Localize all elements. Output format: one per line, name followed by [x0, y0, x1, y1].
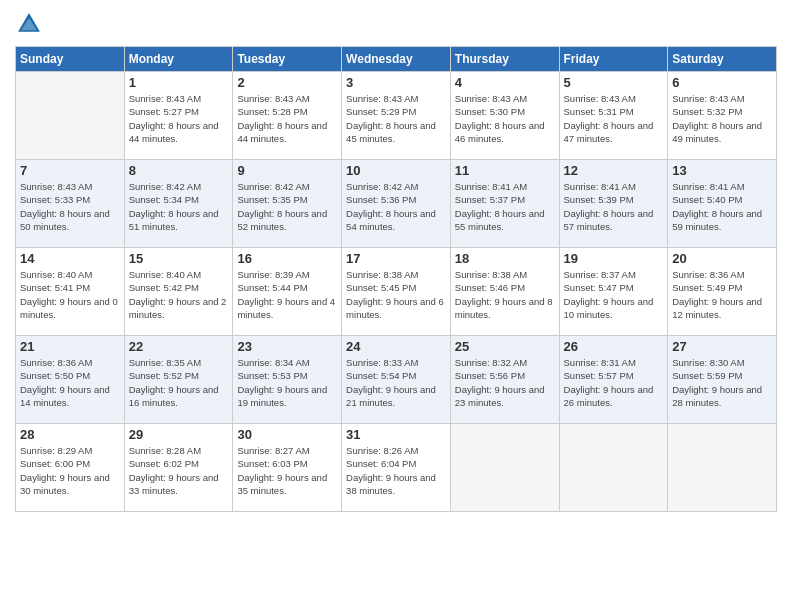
day-cell: 4Sunrise: 8:43 AMSunset: 5:30 PMDaylight… — [450, 72, 559, 160]
day-cell: 26Sunrise: 8:31 AMSunset: 5:57 PMDayligh… — [559, 336, 668, 424]
day-number: 3 — [346, 75, 446, 90]
day-detail: Sunrise: 8:26 AMSunset: 6:04 PMDaylight:… — [346, 444, 446, 497]
day-detail: Sunrise: 8:29 AMSunset: 6:00 PMDaylight:… — [20, 444, 120, 497]
day-number: 14 — [20, 251, 120, 266]
day-number: 25 — [455, 339, 555, 354]
day-detail: Sunrise: 8:43 AMSunset: 5:30 PMDaylight:… — [455, 92, 555, 145]
day-number: 21 — [20, 339, 120, 354]
day-number: 16 — [237, 251, 337, 266]
day-detail: Sunrise: 8:43 AMSunset: 5:32 PMDaylight:… — [672, 92, 772, 145]
day-detail: Sunrise: 8:40 AMSunset: 5:41 PMDaylight:… — [20, 268, 120, 321]
day-detail: Sunrise: 8:27 AMSunset: 6:03 PMDaylight:… — [237, 444, 337, 497]
day-detail: Sunrise: 8:30 AMSunset: 5:59 PMDaylight:… — [672, 356, 772, 409]
day-number: 23 — [237, 339, 337, 354]
day-detail: Sunrise: 8:35 AMSunset: 5:52 PMDaylight:… — [129, 356, 229, 409]
day-cell: 25Sunrise: 8:32 AMSunset: 5:56 PMDayligh… — [450, 336, 559, 424]
week-row-2: 7Sunrise: 8:43 AMSunset: 5:33 PMDaylight… — [16, 160, 777, 248]
day-number: 27 — [672, 339, 772, 354]
day-number: 10 — [346, 163, 446, 178]
day-number: 26 — [564, 339, 664, 354]
day-cell — [668, 424, 777, 512]
calendar-table: SundayMondayTuesdayWednesdayThursdayFrid… — [15, 46, 777, 512]
logo — [15, 10, 47, 38]
weekday-thursday: Thursday — [450, 47, 559, 72]
day-detail: Sunrise: 8:43 AMSunset: 5:27 PMDaylight:… — [129, 92, 229, 145]
main-container: SundayMondayTuesdayWednesdayThursdayFrid… — [0, 0, 792, 522]
day-detail: Sunrise: 8:39 AMSunset: 5:44 PMDaylight:… — [237, 268, 337, 321]
day-number: 11 — [455, 163, 555, 178]
day-cell: 30Sunrise: 8:27 AMSunset: 6:03 PMDayligh… — [233, 424, 342, 512]
day-cell — [559, 424, 668, 512]
day-detail: Sunrise: 8:37 AMSunset: 5:47 PMDaylight:… — [564, 268, 664, 321]
day-cell: 11Sunrise: 8:41 AMSunset: 5:37 PMDayligh… — [450, 160, 559, 248]
day-cell: 16Sunrise: 8:39 AMSunset: 5:44 PMDayligh… — [233, 248, 342, 336]
calendar-body: 1Sunrise: 8:43 AMSunset: 5:27 PMDaylight… — [16, 72, 777, 512]
day-cell: 17Sunrise: 8:38 AMSunset: 5:45 PMDayligh… — [342, 248, 451, 336]
week-row-5: 28Sunrise: 8:29 AMSunset: 6:00 PMDayligh… — [16, 424, 777, 512]
day-detail: Sunrise: 8:32 AMSunset: 5:56 PMDaylight:… — [455, 356, 555, 409]
day-cell: 20Sunrise: 8:36 AMSunset: 5:49 PMDayligh… — [668, 248, 777, 336]
day-cell: 7Sunrise: 8:43 AMSunset: 5:33 PMDaylight… — [16, 160, 125, 248]
day-detail: Sunrise: 8:42 AMSunset: 5:34 PMDaylight:… — [129, 180, 229, 233]
day-detail: Sunrise: 8:34 AMSunset: 5:53 PMDaylight:… — [237, 356, 337, 409]
day-number: 30 — [237, 427, 337, 442]
day-cell: 27Sunrise: 8:30 AMSunset: 5:59 PMDayligh… — [668, 336, 777, 424]
weekday-header: SundayMondayTuesdayWednesdayThursdayFrid… — [16, 47, 777, 72]
day-detail: Sunrise: 8:31 AMSunset: 5:57 PMDaylight:… — [564, 356, 664, 409]
day-number: 9 — [237, 163, 337, 178]
day-number: 28 — [20, 427, 120, 442]
week-row-1: 1Sunrise: 8:43 AMSunset: 5:27 PMDaylight… — [16, 72, 777, 160]
day-detail: Sunrise: 8:41 AMSunset: 5:39 PMDaylight:… — [564, 180, 664, 233]
day-number: 22 — [129, 339, 229, 354]
day-number: 1 — [129, 75, 229, 90]
day-cell: 8Sunrise: 8:42 AMSunset: 5:34 PMDaylight… — [124, 160, 233, 248]
day-number: 13 — [672, 163, 772, 178]
day-detail: Sunrise: 8:42 AMSunset: 5:35 PMDaylight:… — [237, 180, 337, 233]
day-cell: 5Sunrise: 8:43 AMSunset: 5:31 PMDaylight… — [559, 72, 668, 160]
day-detail: Sunrise: 8:28 AMSunset: 6:02 PMDaylight:… — [129, 444, 229, 497]
day-number: 4 — [455, 75, 555, 90]
day-number: 6 — [672, 75, 772, 90]
day-detail: Sunrise: 8:36 AMSunset: 5:50 PMDaylight:… — [20, 356, 120, 409]
day-cell: 13Sunrise: 8:41 AMSunset: 5:40 PMDayligh… — [668, 160, 777, 248]
day-cell: 24Sunrise: 8:33 AMSunset: 5:54 PMDayligh… — [342, 336, 451, 424]
day-number: 31 — [346, 427, 446, 442]
day-number: 7 — [20, 163, 120, 178]
day-cell: 22Sunrise: 8:35 AMSunset: 5:52 PMDayligh… — [124, 336, 233, 424]
weekday-saturday: Saturday — [668, 47, 777, 72]
day-cell: 9Sunrise: 8:42 AMSunset: 5:35 PMDaylight… — [233, 160, 342, 248]
day-cell: 6Sunrise: 8:43 AMSunset: 5:32 PMDaylight… — [668, 72, 777, 160]
day-number: 29 — [129, 427, 229, 442]
day-cell: 1Sunrise: 8:43 AMSunset: 5:27 PMDaylight… — [124, 72, 233, 160]
weekday-friday: Friday — [559, 47, 668, 72]
day-cell: 2Sunrise: 8:43 AMSunset: 5:28 PMDaylight… — [233, 72, 342, 160]
day-cell: 10Sunrise: 8:42 AMSunset: 5:36 PMDayligh… — [342, 160, 451, 248]
day-detail: Sunrise: 8:43 AMSunset: 5:28 PMDaylight:… — [237, 92, 337, 145]
day-cell: 28Sunrise: 8:29 AMSunset: 6:00 PMDayligh… — [16, 424, 125, 512]
day-cell: 31Sunrise: 8:26 AMSunset: 6:04 PMDayligh… — [342, 424, 451, 512]
day-cell — [16, 72, 125, 160]
day-number: 24 — [346, 339, 446, 354]
day-detail: Sunrise: 8:43 AMSunset: 5:33 PMDaylight:… — [20, 180, 120, 233]
day-number: 8 — [129, 163, 229, 178]
day-detail: Sunrise: 8:33 AMSunset: 5:54 PMDaylight:… — [346, 356, 446, 409]
day-detail: Sunrise: 8:41 AMSunset: 5:37 PMDaylight:… — [455, 180, 555, 233]
day-number: 2 — [237, 75, 337, 90]
day-detail: Sunrise: 8:41 AMSunset: 5:40 PMDaylight:… — [672, 180, 772, 233]
day-detail: Sunrise: 8:43 AMSunset: 5:29 PMDaylight:… — [346, 92, 446, 145]
weekday-wednesday: Wednesday — [342, 47, 451, 72]
day-number: 17 — [346, 251, 446, 266]
day-detail: Sunrise: 8:43 AMSunset: 5:31 PMDaylight:… — [564, 92, 664, 145]
day-number: 20 — [672, 251, 772, 266]
day-cell: 14Sunrise: 8:40 AMSunset: 5:41 PMDayligh… — [16, 248, 125, 336]
day-cell: 23Sunrise: 8:34 AMSunset: 5:53 PMDayligh… — [233, 336, 342, 424]
day-cell: 29Sunrise: 8:28 AMSunset: 6:02 PMDayligh… — [124, 424, 233, 512]
day-detail: Sunrise: 8:38 AMSunset: 5:45 PMDaylight:… — [346, 268, 446, 321]
day-number: 18 — [455, 251, 555, 266]
day-cell: 12Sunrise: 8:41 AMSunset: 5:39 PMDayligh… — [559, 160, 668, 248]
day-cell: 21Sunrise: 8:36 AMSunset: 5:50 PMDayligh… — [16, 336, 125, 424]
day-number: 19 — [564, 251, 664, 266]
day-cell: 19Sunrise: 8:37 AMSunset: 5:47 PMDayligh… — [559, 248, 668, 336]
day-cell: 18Sunrise: 8:38 AMSunset: 5:46 PMDayligh… — [450, 248, 559, 336]
day-number: 5 — [564, 75, 664, 90]
